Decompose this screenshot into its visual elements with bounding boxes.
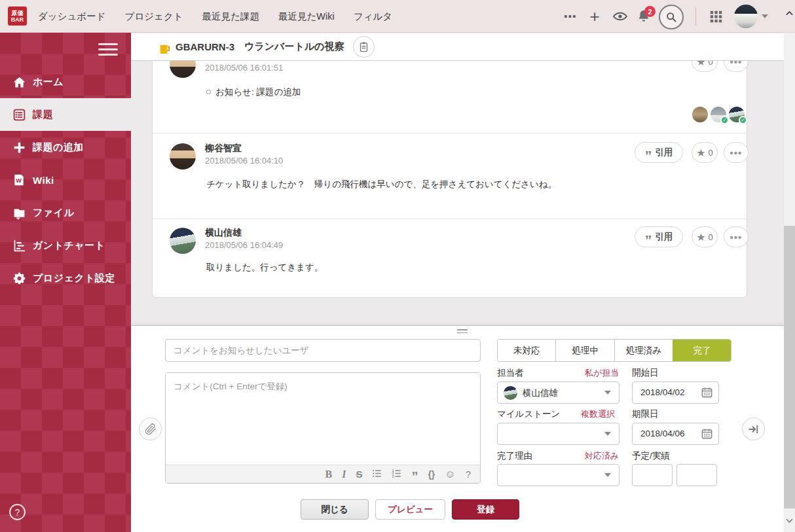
bullet-list-icon[interactable] (372, 469, 382, 480)
bold-icon[interactable]: B (325, 469, 332, 480)
assignee-label: 担当者 (497, 367, 524, 379)
italic-icon[interactable]: I (342, 469, 346, 480)
comment-author-avatar[interactable] (170, 61, 196, 78)
status-open-button[interactable]: 未対応 (498, 340, 555, 361)
assign-to-me-link[interactable]: 私が担当 (585, 367, 619, 379)
nav-filters[interactable]: フィルタ (354, 10, 392, 23)
quote-button[interactable]: ” 引用 (635, 226, 683, 247)
ellipsis-icon: ••• (730, 232, 743, 243)
change-bullet-icon (206, 90, 211, 94)
comment-author-name[interactable]: 横山信雄 (205, 227, 242, 239)
svg-text:W: W (16, 177, 22, 184)
due-date-input[interactable]: 2018/04/06 (632, 423, 719, 445)
star-button[interactable]: ★ 0 (692, 142, 718, 163)
assignee-select[interactable]: 横山信雄 (497, 381, 619, 404)
nav-projects[interactable]: プロジェクト (125, 10, 183, 23)
beer-project-icon (157, 40, 172, 58)
comment-more-button[interactable]: ••• (724, 226, 749, 247)
star-button[interactable]: ★ 0 (692, 226, 718, 247)
attach-file-button[interactable] (139, 417, 162, 440)
editor-help-icon[interactable]: ? (466, 469, 471, 479)
collapse-properties-button[interactable] (742, 417, 765, 440)
comment-more-button[interactable]: ••• (724, 61, 749, 72)
actual-hours-input[interactable] (676, 464, 717, 486)
notification-badge: 2 (644, 6, 656, 17)
numbered-list-icon[interactable]: 1 2 3 (392, 469, 401, 480)
apps-grid-icon[interactable] (707, 0, 724, 33)
editor-toolbar: B I S 1 2 3 ” {} ☺ ? (166, 465, 480, 483)
issue-header: GBARURN-3 ウランバートルの視察 (131, 33, 784, 61)
comment-author-name[interactable]: 柳谷智宣 (205, 143, 242, 154)
status-resolved-button[interactable]: 処理済み (614, 340, 673, 361)
sidebar-item-issues[interactable]: 課題 (0, 98, 131, 131)
sidebar-item-add-issue[interactable]: 課題の追加 (0, 131, 131, 164)
app-logo[interactable]: 原価 BAR (8, 7, 27, 26)
sidebar-item-home[interactable]: ホーム (0, 65, 131, 98)
code-braces-icon[interactable]: {} (428, 470, 435, 479)
assignee-value: 横山信雄 (523, 387, 558, 399)
resolution-select[interactable] (497, 464, 619, 486)
sidebar-item-label: ファイル (33, 207, 74, 219)
seen-by-avatar[interactable] (692, 107, 708, 122)
sidebar-item-gantt[interactable]: ガントチャート (0, 229, 131, 262)
panel-resize-handle[interactable] (457, 329, 468, 335)
star-count: 0 (709, 148, 713, 158)
add-icon[interactable]: + (586, 0, 603, 33)
status-closed-button[interactable]: 完了 (673, 340, 731, 361)
status-button-group: 未対応 処理中 処理済み 完了 (497, 339, 731, 362)
resolved-link[interactable]: 対応済み (585, 450, 619, 462)
calendar-icon[interactable] (701, 386, 713, 400)
sidebar-item-wiki[interactable]: W Wiki (0, 164, 131, 196)
plus-icon (11, 139, 27, 155)
strikethrough-icon[interactable]: S (356, 469, 362, 479)
comment-textarea[interactable] (166, 373, 480, 466)
nav-recent-issues[interactable]: 最近見た課題 (202, 10, 259, 23)
calendar-icon[interactable] (701, 427, 713, 442)
scroll-down-arrow-icon[interactable] (785, 516, 794, 527)
copy-clipboard-button[interactable] (353, 36, 375, 58)
sidebar-item-project-settings[interactable]: プロジェクト設定 (0, 262, 131, 294)
emoji-icon[interactable]: ☺ (445, 469, 455, 480)
user-menu-caret-icon[interactable] (760, 0, 770, 33)
comment-timestamp: 2018/05/06 16:01:51 (205, 63, 283, 73)
milestone-select[interactable] (497, 423, 619, 445)
comment-timestamp: 2018/05/06 16:04:49 (205, 240, 283, 250)
help-button[interactable]: ? (9, 504, 26, 520)
arrow-to-bar-icon (748, 423, 760, 435)
star-button[interactable]: ★ 0 (692, 61, 718, 72)
start-date-input[interactable]: 2018/04/02 (632, 381, 719, 404)
star-icon: ★ (696, 61, 705, 68)
comment-divider (153, 219, 747, 219)
scroll-up-arrow-icon[interactable] (785, 9, 794, 20)
seen-by-avatar[interactable]: ✓ (729, 107, 745, 122)
sidebar-item-files[interactable]: ファイル (0, 196, 131, 229)
close-button[interactable]: 閉じる (301, 499, 369, 520)
preview-button[interactable]: プレビュー (375, 499, 445, 520)
collapse-sidebar-icon[interactable] (98, 43, 118, 59)
watch-eye-icon[interactable] (611, 0, 629, 33)
quote-icon[interactable]: ” (411, 470, 418, 483)
multi-select-link[interactable]: 複数選択 (581, 408, 615, 420)
more-menu-icon[interactable]: ⋯ (562, 0, 579, 33)
notify-users-input[interactable] (165, 339, 481, 362)
quote-label: 引用 (655, 147, 673, 158)
issue-key[interactable]: GBARURN-3 (176, 41, 234, 52)
search-icon (665, 10, 678, 24)
search-button[interactable] (659, 5, 684, 29)
comment-timestamp: 2018/05/06 16:04:10 (205, 156, 283, 166)
scrollbar-thumb[interactable] (784, 226, 795, 508)
nav-dashboard[interactable]: ダッシュボード (38, 10, 106, 23)
user-avatar[interactable] (734, 5, 758, 28)
comment-more-button[interactable]: ••• (724, 142, 749, 163)
read-check-icon: ✓ (739, 116, 747, 124)
estimated-hours-input[interactable] (632, 464, 673, 486)
comment-body: 取りました。行ってきます。 (206, 262, 323, 274)
status-in-progress-button[interactable]: 処理中 (555, 340, 614, 361)
seen-by-avatar[interactable]: ✓ (711, 107, 726, 122)
nav-recent-wiki[interactable]: 最近見たWiki (278, 10, 335, 23)
submit-button[interactable]: 登録 (452, 499, 519, 520)
comment-author-avatar[interactable] (170, 228, 196, 254)
comment-body: お知らせ: 課題の追加 (206, 86, 301, 98)
quote-button[interactable]: ” 引用 (635, 142, 683, 163)
comment-author-avatar[interactable] (170, 143, 196, 169)
